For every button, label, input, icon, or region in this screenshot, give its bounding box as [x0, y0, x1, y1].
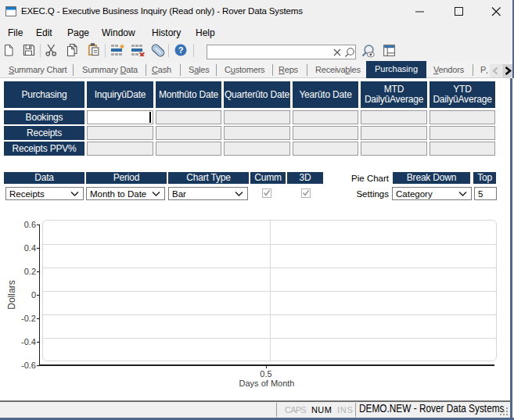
svg-text:?: ?	[178, 45, 184, 55]
